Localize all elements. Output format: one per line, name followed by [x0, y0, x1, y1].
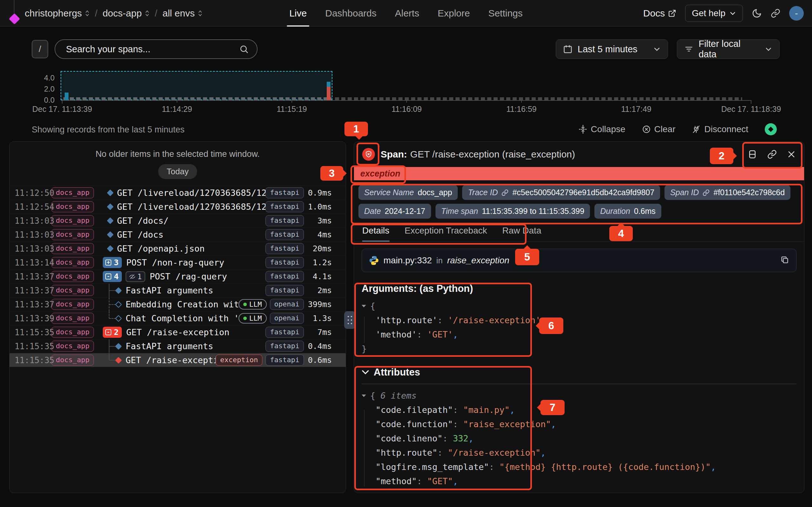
- span-row[interactable]: 11:12:50docs_appGET /livereload/12703636…: [9, 186, 346, 200]
- code-token: {: [370, 391, 380, 400]
- row-time: 11:13:14: [9, 258, 51, 268]
- search-icon: [239, 44, 249, 54]
- span-row[interactable]: 11:15:35docs_appGET /raise-exception …ex…: [9, 353, 346, 367]
- children-count-badge[interactable]: -4: [103, 271, 122, 282]
- scope-tag: fastapi: [265, 187, 304, 198]
- code-token: 'http.route': [375, 315, 438, 325]
- span-row[interactable]: 11:13:03docs_appGET /docsfastapi4ms: [9, 228, 346, 241]
- breadcrumb-item[interactable]: docs-app: [102, 8, 149, 19]
- tab-exception-traceback[interactable]: Exception Traceback: [405, 226, 487, 241]
- row-time: 11:15:35: [9, 342, 51, 351]
- nav-tabs: LiveDashboardsAlertsExploreSettings: [289, 0, 523, 26]
- avatar[interactable]: -: [789, 6, 804, 20]
- span-row[interactable]: 11:13:37docs_appFastAPI argumentsfastapi…: [9, 283, 346, 297]
- y-tick-label: 2.0: [32, 84, 55, 94]
- clear-button[interactable]: Clear: [642, 124, 676, 134]
- expand-caret-icon[interactable]: [362, 305, 366, 307]
- tab-details[interactable]: Details: [362, 226, 390, 241]
- docs-link[interactable]: Docs: [643, 8, 676, 19]
- python-icon: [369, 256, 379, 266]
- source-file[interactable]: main.py:332: [384, 256, 432, 266]
- tab-explore[interactable]: Explore: [438, 0, 470, 26]
- span-row[interactable]: 11:12:54docs_appGET /livereload/12703636…: [9, 200, 346, 214]
- chevron-down-icon: [765, 45, 772, 53]
- children-count-badge[interactable]: -2: [103, 327, 122, 338]
- breadcrumb-item[interactable]: christophergs: [25, 8, 90, 19]
- span-row[interactable]: 11:13:14docs_app+3POST /non-rag-queryfas…: [9, 256, 346, 269]
- llm-tag: LLM: [239, 299, 267, 309]
- code-token: ,: [711, 462, 716, 472]
- share-link-button[interactable]: [771, 9, 780, 18]
- code-line: "code.lineno": 332,: [362, 431, 797, 446]
- metadata-chip[interactable]: Span ID#f0110e542c798c6d: [664, 185, 791, 200]
- exception-tag: exception: [216, 354, 262, 365]
- tab-live[interactable]: Live: [289, 0, 307, 26]
- span-bar[interactable]: [65, 93, 68, 101]
- empty-notice: No older items in the selected time wind…: [9, 149, 346, 159]
- hidden-spans-badge[interactable]: 1: [125, 271, 145, 282]
- close-icon[interactable]: [787, 150, 796, 159]
- chip-value: #f0110e542c798c6d: [713, 188, 785, 197]
- theme-toggle-button[interactable]: [752, 8, 762, 18]
- open-in-reader-icon[interactable]: [748, 150, 757, 159]
- span-row[interactable]: 11:13:37docs_app-41POST /rag-queryfastap…: [9, 269, 346, 283]
- chevron-down-icon: [653, 45, 661, 53]
- link-icon: [502, 189, 508, 196]
- row-duration: 7ms: [308, 328, 346, 337]
- service-tag: docs_app: [51, 354, 94, 365]
- span-row[interactable]: 11:13:03docs_appGET /openapi.jsonfastapi…: [9, 241, 346, 256]
- span-row[interactable]: 11:13:03docs_appGET /docs/fastapi3ms: [9, 214, 346, 228]
- span-name: GET /livereload/1270363685/1270…: [117, 188, 265, 198]
- span-name: Chat Completion with '…: [103, 314, 239, 323]
- today-pill[interactable]: Today: [158, 164, 197, 179]
- bucket-strip: [63, 97, 332, 100]
- metadata-chip[interactable]: Trace ID#c5ec5005042796e91d5db42ca9fd980…: [462, 185, 660, 200]
- collapse-button[interactable]: Collapse: [578, 124, 625, 134]
- attributes-heading[interactable]: Attributes: [362, 367, 797, 378]
- chip-label: Trace ID: [468, 188, 498, 197]
- span-bar[interactable]: [327, 82, 331, 87]
- live-indicator[interactable]: [765, 123, 777, 135]
- row-time: 11:15:35: [9, 355, 51, 365]
- span-row[interactable]: 11:13:37docs_appEmbedding Creation wit…L…: [9, 297, 346, 311]
- docs-label: Docs: [643, 8, 665, 19]
- span-row[interactable]: 11:15:35docs_app-2GET /raise-exceptionfa…: [9, 325, 346, 339]
- tab-alerts[interactable]: Alerts: [395, 0, 419, 26]
- copy-link-icon[interactable]: [767, 150, 777, 159]
- copy-button[interactable]: [780, 256, 789, 266]
- disconnect-button[interactable]: Disconnect: [692, 124, 748, 134]
- time-range-button[interactable]: Last 5 minutes: [556, 39, 668, 59]
- code-token: :: [453, 405, 463, 415]
- expand-caret-icon[interactable]: [362, 395, 366, 397]
- code-token: ,: [541, 448, 546, 458]
- y-tick-label: 4.0: [32, 73, 55, 82]
- status-actions: Collapse Clear Disconnect: [578, 122, 777, 136]
- scope-tag: openai: [270, 313, 304, 324]
- time-selection-region[interactable]: [61, 71, 333, 100]
- search-input[interactable]: Search your spans...: [55, 39, 258, 59]
- span-row[interactable]: 11:15:35docs_appFastAPI argumentsfastapi…: [9, 339, 346, 353]
- span-row[interactable]: 11:13:39docs_appChat Completion with '…L…: [9, 311, 346, 325]
- scope-tag: fastapi: [265, 215, 304, 226]
- service-tag: docs_app: [51, 299, 94, 309]
- breadcrumb-item[interactable]: all envs: [162, 8, 203, 19]
- tree-connector-h: [109, 346, 116, 347]
- code-token: :: [438, 315, 448, 325]
- children-count-badge[interactable]: +3: [103, 257, 122, 268]
- error-bar[interactable]: [327, 87, 331, 100]
- panel-resize-handle[interactable]: [344, 311, 356, 329]
- scope-tag: openai: [270, 299, 304, 309]
- y-tick-label: 0.0: [32, 96, 55, 105]
- moon-icon: [752, 8, 762, 18]
- span-kind-icon: [107, 189, 113, 196]
- tab-raw-data[interactable]: Raw Data: [502, 226, 542, 241]
- code-line: "method": "GET",: [362, 474, 797, 488]
- link-icon: [703, 189, 710, 196]
- get-help-button[interactable]: Get help: [685, 5, 743, 22]
- filter-local-data-button[interactable]: Filter local data: [677, 39, 780, 59]
- logfire-logo-icon[interactable]: [9, 13, 20, 24]
- tab-dashboards[interactable]: Dashboards: [325, 0, 376, 26]
- arguments-heading: Arguments: (as Python): [362, 283, 797, 294]
- tree-connector-h: [109, 360, 116, 360]
- tab-settings[interactable]: Settings: [488, 0, 522, 26]
